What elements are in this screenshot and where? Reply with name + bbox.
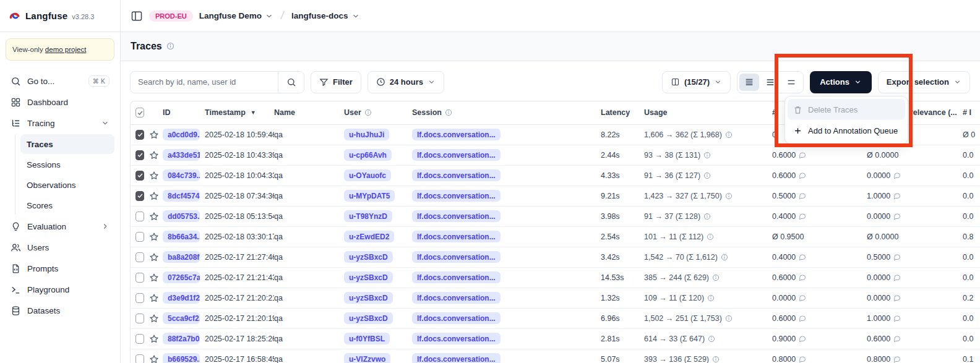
row-checkbox[interactable]	[135, 211, 144, 221]
column-header-check[interactable]	[135, 108, 149, 117]
org-selector[interactable]: Langfuse Demo	[199, 11, 273, 20]
trace-id-badge[interactable]: 07265c7a...	[163, 271, 200, 283]
star-icon[interactable]	[149, 150, 159, 160]
star-icon[interactable]	[149, 252, 159, 262]
sidebar-item-traces[interactable]: Traces	[20, 134, 114, 154]
row-checkbox[interactable]	[135, 232, 144, 242]
user-badge[interactable]: u-T98YnzD	[344, 210, 392, 222]
trace-id-badge[interactable]: 88f2a7b0...	[163, 333, 200, 344]
session-badge[interactable]: lf.docs.conversation...	[412, 251, 501, 263]
star-icon[interactable]	[149, 211, 159, 221]
session-badge[interactable]: lf.docs.conversation...	[412, 353, 501, 363]
project-selector[interactable]: langfuse-docs	[291, 11, 360, 20]
row-checkbox[interactable]	[135, 273, 144, 283]
menu-item-add-to-annotation-queue[interactable]: Add to Annotation Queue	[788, 120, 905, 141]
column-visibility-button[interactable]: (15/27)	[662, 71, 731, 93]
session-badge[interactable]: lf.docs.conversation...	[412, 149, 501, 161]
sidebar-item-datasets[interactable]: Datasets	[6, 300, 114, 321]
column-header-name[interactable]: Name	[274, 108, 344, 117]
trace-id-badge[interactable]: d3e9d1f2...	[163, 292, 200, 304]
user-badge[interactable]: u-yzSBxcD	[344, 271, 393, 283]
star-icon[interactable]	[149, 354, 159, 363]
session-badge[interactable]: lf.docs.conversation...	[412, 312, 501, 324]
row-checkbox[interactable]	[135, 334, 144, 344]
filter-button[interactable]: Filter	[311, 71, 361, 93]
demo-project-link[interactable]: demo project	[45, 46, 86, 53]
session-badge[interactable]: lf.docs.conversation...	[412, 169, 501, 181]
session-badge[interactable]: lf.docs.conversation...	[412, 271, 501, 283]
star-icon[interactable]	[149, 314, 159, 323]
row-checkbox[interactable]	[135, 252, 144, 262]
column-header-latency[interactable]: Latency	[601, 108, 644, 117]
session-badge[interactable]: lf.docs.conversation...	[412, 333, 501, 344]
row-checkbox[interactable]	[135, 191, 144, 201]
column-header-timestamp[interactable]: Timestamp▼	[205, 108, 274, 117]
star-icon[interactable]	[149, 171, 159, 181]
time-range-button[interactable]: 24 hours	[368, 71, 444, 93]
sidebar-item-tracing[interactable]: Tracing	[6, 113, 114, 134]
star-icon[interactable]	[149, 232, 159, 242]
column-header-relevance[interactable]: relevance (...	[910, 108, 963, 117]
search-input[interactable]	[131, 72, 278, 93]
trace-id-badge[interactable]: dd05753...	[163, 210, 200, 222]
sidebar-item-prompts[interactable]: Prompts	[6, 258, 114, 279]
actions-button[interactable]: Actions	[810, 71, 872, 93]
trace-id-badge[interactable]: a0cd0d9...	[163, 129, 200, 140]
row-height-large-button[interactable]	[781, 74, 801, 91]
star-icon[interactable]	[149, 130, 159, 140]
search-icon[interactable]	[278, 72, 304, 93]
column-header-user[interactable]: User	[344, 108, 412, 117]
sidebar-item-go-to[interactable]: Go to...⌘ K	[6, 70, 114, 92]
trace-id-badge[interactable]: 5cca9cf2...	[163, 312, 200, 324]
sidebar-item-scores[interactable]: Scores	[20, 195, 114, 215]
trace-id-badge[interactable]: a433de51...	[163, 149, 200, 161]
star-icon[interactable]	[149, 293, 159, 303]
trace-id-badge[interactable]: 8dcf4574...	[163, 190, 200, 202]
user-badge[interactable]: u-f0YfBSL	[344, 333, 390, 344]
session-badge[interactable]: lf.docs.conversation...	[412, 129, 501, 140]
sidebar-item-sessions[interactable]: Sessions	[20, 155, 114, 174]
session-badge[interactable]: lf.docs.conversation...	[412, 190, 501, 202]
session-badge[interactable]: lf.docs.conversation...	[412, 210, 501, 222]
column-header-count[interactable]: # I	[963, 108, 980, 117]
column-header-usage[interactable]: Usage	[644, 108, 772, 117]
row-height-medium-button[interactable]	[760, 74, 780, 91]
user-badge[interactable]: u-MYpDAT5	[344, 190, 395, 202]
sidebar-item-dashboard[interactable]: Dashboard	[6, 92, 114, 113]
row-checkbox[interactable]	[135, 354, 144, 363]
trace-id-badge[interactable]: 084c739...	[163, 169, 200, 181]
row-height-small-button[interactable]	[739, 74, 759, 91]
select-all-checkbox[interactable]	[135, 108, 144, 117]
user-badge[interactable]: u-yzSBxcD	[344, 292, 393, 304]
column-header-session[interactable]: Session	[412, 108, 601, 117]
trace-id-badge[interactable]: ba8a208f...	[163, 251, 200, 263]
user-badge[interactable]: u-cp66Avh	[344, 149, 392, 161]
session-badge[interactable]: lf.docs.conversation...	[412, 231, 501, 242]
sidebar-item-evaluation[interactable]: Evaluation	[6, 216, 114, 237]
sidebar-toggle-icon[interactable]	[131, 10, 143, 22]
column-header-id[interactable]: ID	[163, 108, 205, 117]
sidebar-item-users[interactable]: Users	[6, 237, 114, 258]
export-selection-button[interactable]: Export selection	[878, 71, 970, 93]
user-badge[interactable]: u-yzSBxcD	[344, 251, 393, 263]
row-checkbox[interactable]	[135, 130, 144, 140]
sidebar-item-playground[interactable]: Playground	[6, 279, 114, 300]
star-icon[interactable]	[149, 273, 159, 283]
user-badge[interactable]: u-yzSBxcD	[344, 312, 393, 324]
session-badge[interactable]: lf.docs.conversation...	[412, 292, 501, 304]
star-icon[interactable]	[149, 334, 159, 344]
sidebar-item-observations[interactable]: Observations	[20, 175, 114, 195]
row-checkbox[interactable]	[135, 293, 144, 303]
row-checkbox[interactable]	[135, 150, 144, 160]
user-badge[interactable]: u-zEwdED2	[344, 231, 394, 242]
row-checkbox[interactable]	[135, 314, 144, 323]
trace-id-badge[interactable]: b669529...	[163, 353, 200, 363]
star-icon[interactable]	[149, 191, 159, 201]
row-checkbox[interactable]	[135, 171, 144, 181]
user-badge[interactable]: u-VlZzvwo	[344, 353, 390, 363]
user-badge[interactable]: u-OYauofc	[344, 169, 391, 181]
trace-id-badge[interactable]: 8b66a34...	[163, 231, 200, 242]
menu-item-delete-traces[interactable]: Delete Traces	[788, 99, 905, 120]
user-badge[interactable]: u-huJhuJi	[344, 129, 389, 140]
chevron-down-icon	[101, 119, 110, 127]
